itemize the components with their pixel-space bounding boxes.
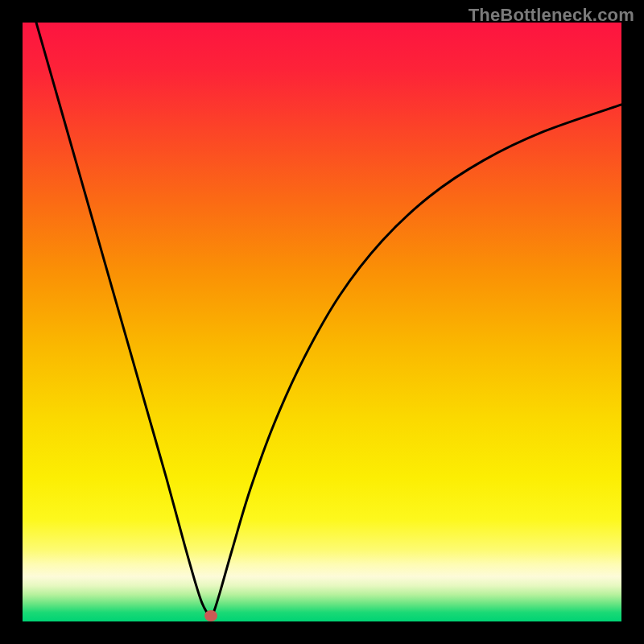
- line-curve: [23, 23, 621, 621]
- chart-frame: TheBottleneck.com: [0, 0, 644, 644]
- plot-area: [23, 23, 621, 621]
- minimum-marker-icon: [204, 610, 217, 621]
